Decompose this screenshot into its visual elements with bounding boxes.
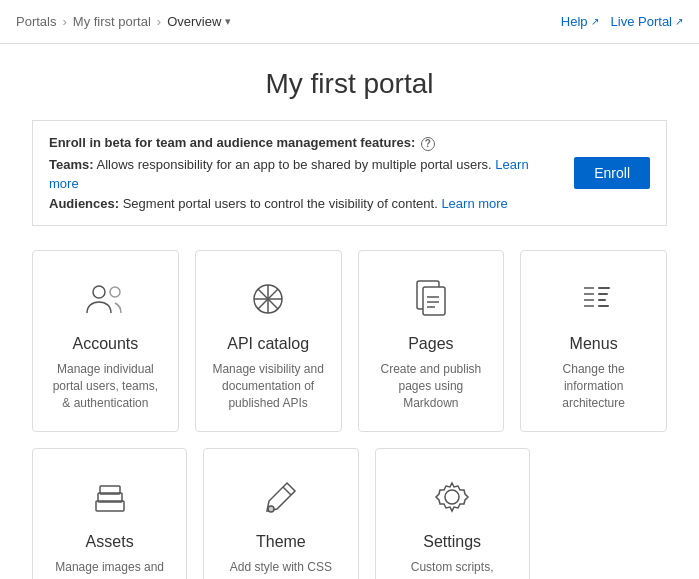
live-portal-label: Live Portal xyxy=(611,14,672,29)
teams-desc: Allows responsibility for an app to be s… xyxy=(96,157,491,172)
assets-title: Assets xyxy=(86,533,134,551)
enroll-button[interactable]: Enroll xyxy=(574,157,650,189)
breadcrumb-portals[interactable]: Portals xyxy=(16,14,56,29)
svg-rect-14 xyxy=(598,299,606,301)
pages-desc: Create and publish pages using Markdown xyxy=(375,361,488,411)
teams-label: Teams: xyxy=(49,157,94,172)
svg-point-0 xyxy=(93,286,105,298)
cards-row-1: Accounts Manage individual portal users,… xyxy=(32,250,667,432)
svg-point-24 xyxy=(268,506,274,512)
breadcrumb-current-label: Overview xyxy=(167,14,221,29)
breadcrumb-current[interactable]: Overview ▾ xyxy=(167,14,231,29)
help-label: Help xyxy=(561,14,588,29)
api-catalog-icon xyxy=(240,275,296,323)
nav-right: Help ↗ Live Portal ↗ xyxy=(561,14,683,29)
breadcrumb-sep-2: › xyxy=(157,14,161,29)
pages-title: Pages xyxy=(408,335,453,353)
breadcrumb: Portals › My first portal › Overview ▾ xyxy=(16,14,231,29)
pages-icon xyxy=(403,275,459,323)
svg-rect-8 xyxy=(423,287,445,315)
chevron-down-icon[interactable]: ▾ xyxy=(225,15,231,28)
menus-card[interactable]: Menus Change the information architectur… xyxy=(520,250,667,432)
page-title: My first portal xyxy=(32,68,667,100)
menus-desc: Change the information architecture xyxy=(537,361,650,411)
external-link-icon-2: ↗ xyxy=(675,16,683,27)
api-catalog-title: API catalog xyxy=(227,335,309,353)
svg-rect-15 xyxy=(598,305,609,307)
assets-icon xyxy=(82,473,138,521)
help-tooltip-icon[interactable]: ? xyxy=(421,137,435,151)
menus-title: Menus xyxy=(570,335,618,353)
beta-teams-line: Teams: Allows responsibility for an app … xyxy=(49,155,558,194)
beta-audiences-line: Audiences: Segment portal users to contr… xyxy=(49,194,558,214)
assets-desc: Manage images and other assets xyxy=(49,559,170,579)
settings-card[interactable]: Settings Custom scripts, domain, email s… xyxy=(375,448,530,579)
breadcrumb-portal-name[interactable]: My first portal xyxy=(73,14,151,29)
svg-point-25 xyxy=(445,490,459,504)
audiences-desc: Segment portal users to control the visi… xyxy=(123,196,438,211)
accounts-title: Accounts xyxy=(72,335,138,353)
audiences-learn-more-link[interactable]: Learn more xyxy=(441,196,507,211)
main-content: My first portal Enroll in beta for team … xyxy=(0,44,699,579)
breadcrumb-sep-1: › xyxy=(62,14,66,29)
beta-text: Enroll in beta for team and audience man… xyxy=(49,133,558,213)
help-link[interactable]: Help ↗ xyxy=(561,14,599,29)
theme-card[interactable]: Theme Add style with CSS rules xyxy=(203,448,358,579)
top-nav: Portals › My first portal › Overview ▾ H… xyxy=(0,0,699,44)
accounts-desc: Manage individual portal users, teams, &… xyxy=(49,361,162,411)
svg-rect-13 xyxy=(598,293,608,295)
beta-banner: Enroll in beta for team and audience man… xyxy=(32,120,667,226)
external-link-icon: ↗ xyxy=(591,16,599,27)
settings-desc: Custom scripts, domain, email settings..… xyxy=(392,559,513,579)
empty-spacer xyxy=(546,448,667,579)
live-portal-link[interactable]: Live Portal ↗ xyxy=(611,14,683,29)
theme-title: Theme xyxy=(256,533,306,551)
theme-icon xyxy=(253,473,309,521)
theme-desc: Add style with CSS rules xyxy=(220,559,341,579)
svg-rect-12 xyxy=(598,287,610,289)
accounts-icon xyxy=(77,275,133,323)
assets-card[interactable]: Assets Manage images and other assets xyxy=(32,448,187,579)
beta-title: Enroll in beta for team and audience man… xyxy=(49,133,558,153)
api-catalog-desc: Manage visibility and documentation of p… xyxy=(212,361,325,411)
pages-card[interactable]: Pages Create and publish pages using Mar… xyxy=(358,250,505,432)
api-catalog-card[interactable]: API catalog Manage visibility and docume… xyxy=(195,250,342,432)
cards-row-2: Assets Manage images and other assets Th… xyxy=(32,448,667,579)
svg-line-23 xyxy=(283,487,291,495)
svg-point-1 xyxy=(110,287,120,297)
menus-icon xyxy=(566,275,622,323)
accounts-card[interactable]: Accounts Manage individual portal users,… xyxy=(32,250,179,432)
settings-title: Settings xyxy=(423,533,481,551)
audiences-label: Audiences: xyxy=(49,196,119,211)
settings-icon xyxy=(424,473,480,521)
